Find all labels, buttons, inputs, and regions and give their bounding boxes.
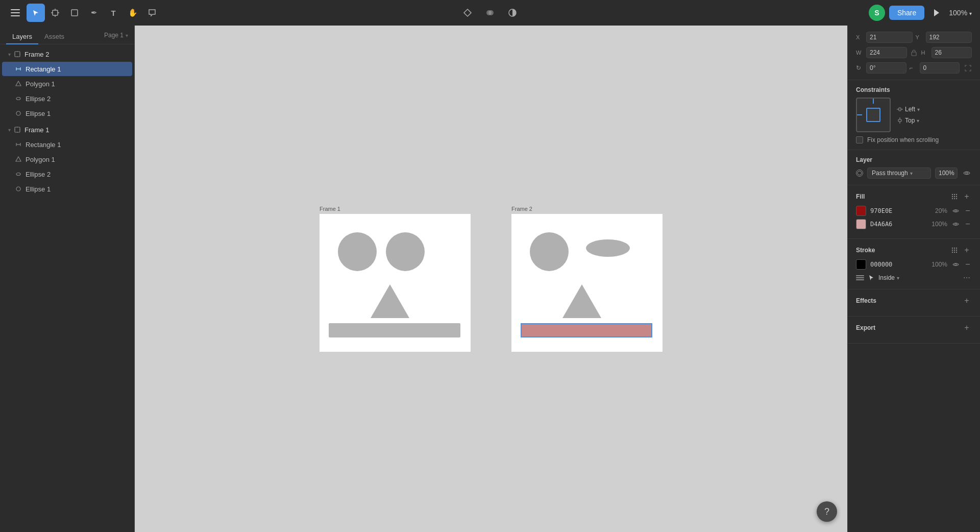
rotation-input[interactable]: 0° xyxy=(866,62,906,74)
tool-components[interactable] xyxy=(458,4,477,22)
fill-swatch-1[interactable] xyxy=(856,206,866,216)
frame1-box[interactable] xyxy=(320,214,471,352)
layer-ellipse1-frame1-label: Ellipse 1 xyxy=(26,185,51,193)
page-name-label[interactable]: Page 1 xyxy=(104,32,124,39)
layer-ellipse1-frame2[interactable]: Ellipse 1 xyxy=(2,106,132,120)
user-avatar[interactable]: S xyxy=(869,5,885,21)
stroke-actions: + xyxy=(949,245,972,255)
corner-input[interactable]: 0 xyxy=(920,62,960,74)
menu-button[interactable] xyxy=(6,4,24,22)
ellipse-icon-1 xyxy=(14,109,22,117)
canvas[interactable]: Frame 1 Frame 2 xyxy=(135,26,847,532)
h-input[interactable]: 26 xyxy=(932,47,972,58)
svg-rect-3 xyxy=(53,10,58,15)
fill-hex-2[interactable]: D4A6A6 xyxy=(870,221,925,228)
stroke-grid-icon[interactable] xyxy=(949,245,960,255)
resize-icon[interactable] xyxy=(964,64,972,72)
tool-contrast[interactable] xyxy=(503,4,522,22)
play-button[interactable] xyxy=(928,5,945,21)
tool-comment[interactable] xyxy=(143,4,161,22)
export-add-button[interactable]: + xyxy=(962,323,972,333)
svg-point-53 xyxy=(954,223,957,225)
tool-select-group: ✒ T ✋ xyxy=(27,4,161,22)
frame2-circle[interactable] xyxy=(530,232,569,271)
w-input[interactable]: 224 xyxy=(866,47,907,58)
constraint-h-dropdown[interactable]: Left ▾ xyxy=(897,106,920,113)
fix-position-row: Fix position when scrolling xyxy=(856,136,972,143)
layer-ellipse2-frame1-label: Ellipse 2 xyxy=(26,171,51,178)
lock-icon[interactable] xyxy=(910,49,918,57)
fill-visibility-2[interactable] xyxy=(951,220,960,228)
layer-frame1[interactable]: ▾ Frame 1 xyxy=(2,123,132,137)
stroke-add-button[interactable]: + xyxy=(962,245,972,255)
layer-ellipse1-frame1[interactable]: Ellipse 1 xyxy=(2,182,132,196)
fix-position-checkbox[interactable] xyxy=(856,136,863,143)
frame1-rectangle[interactable] xyxy=(329,323,460,337)
help-button[interactable]: ? xyxy=(817,501,837,522)
stroke-opacity-1[interactable]: 100% xyxy=(929,261,947,268)
layer-rect1-frame1[interactable]: Rectangle 1 xyxy=(2,137,132,152)
stroke-line-1 xyxy=(856,275,864,276)
frame1-circle-right[interactable] xyxy=(386,232,425,271)
opacity-input[interactable]: 100% xyxy=(935,167,958,179)
svg-point-63 xyxy=(954,263,957,265)
tool-boolean[interactable] xyxy=(481,4,499,22)
expand-icon-frame2[interactable]: ▾ xyxy=(6,51,12,57)
stroke-swatch-1[interactable] xyxy=(856,259,866,270)
tool-frame[interactable] xyxy=(46,4,64,22)
fill-item-2: D4A6A6 100% − xyxy=(856,219,972,229)
tab-assets[interactable]: Assets xyxy=(38,30,70,44)
frame1-triangle[interactable] xyxy=(371,284,409,318)
fill-opacity-2[interactable]: 100% xyxy=(929,221,947,228)
zoom-control[interactable]: 100% ▾ xyxy=(949,9,972,17)
frame2-ellipse[interactable] xyxy=(586,239,630,257)
stroke-visibility-1[interactable] xyxy=(951,260,960,269)
frame2-rect-overlay xyxy=(522,324,651,336)
y-input[interactable]: 192 xyxy=(926,32,972,43)
expand-icon-frame1[interactable]: ▾ xyxy=(6,127,12,133)
layer-ellipse2-frame2[interactable]: Ellipse 2 xyxy=(2,91,132,106)
tab-layers[interactable]: Layers xyxy=(6,30,38,44)
svg-point-47 xyxy=(954,196,955,197)
layer-ellipse1-frame2-label: Ellipse 1 xyxy=(26,110,51,117)
svg-point-51 xyxy=(956,198,957,199)
stroke-hex-1[interactable]: 000000 xyxy=(870,261,925,268)
tool-shapes[interactable] xyxy=(65,4,84,22)
frame2-rectangle[interactable] xyxy=(521,323,652,337)
frame2-box[interactable] xyxy=(511,214,663,352)
x-input[interactable]: 21 xyxy=(866,32,913,43)
stroke-position-dropdown[interactable]: Inside ▾ xyxy=(878,274,958,281)
stroke-item-1: 000000 100% − xyxy=(856,259,972,270)
blend-mode-dropdown[interactable]: Pass through ▾ xyxy=(867,167,931,179)
left-sidebar: Layers Assets Page 1 ▾ ▾ Frame 2 xyxy=(0,26,135,532)
tool-hand[interactable]: ✋ xyxy=(124,4,142,22)
fill-remove-2[interactable]: − xyxy=(964,220,972,228)
tool-select[interactable] xyxy=(27,4,45,22)
layer-poly1-frame1[interactable]: Polygon 1 xyxy=(2,152,132,166)
constraint-v-dropdown[interactable]: Top ▾ xyxy=(897,117,920,124)
fill-grid-icon[interactable] xyxy=(949,191,960,202)
tool-text[interactable]: T xyxy=(104,4,122,22)
fill-remove-1[interactable]: − xyxy=(964,207,972,215)
tool-pen[interactable]: ✒ xyxy=(85,4,103,22)
layer-poly1-frame2[interactable]: Polygon 1 xyxy=(2,77,132,91)
effects-add-button[interactable]: + xyxy=(962,296,972,306)
layer-frame2[interactable]: ▾ Frame 2 xyxy=(2,47,132,61)
svg-point-43 xyxy=(952,194,953,195)
layer-ellipse2-frame1[interactable]: Ellipse 2 xyxy=(2,167,132,181)
page-dropdown-arrow[interactable]: ▾ xyxy=(126,33,128,38)
layer-visibility[interactable] xyxy=(962,168,972,178)
fill-opacity-1[interactable]: 20% xyxy=(929,207,947,214)
stroke-more-icon[interactable]: ⋯ xyxy=(962,273,972,283)
share-button[interactable]: Share xyxy=(889,6,924,20)
layer-rect1-frame2[interactable]: Rectangle 1 xyxy=(2,62,132,76)
fill-add-button[interactable]: + xyxy=(962,191,972,202)
fill-hex-1[interactable]: 970E0E xyxy=(870,207,925,214)
fill-visibility-1[interactable] xyxy=(951,207,960,215)
fill-swatch-2[interactable] xyxy=(856,219,866,229)
svg-point-33 xyxy=(16,187,20,191)
svg-point-49 xyxy=(952,198,953,199)
frame2-triangle[interactable] xyxy=(562,284,601,318)
stroke-remove-1[interactable]: − xyxy=(964,260,972,269)
frame1-circle-left[interactable] xyxy=(338,232,377,271)
